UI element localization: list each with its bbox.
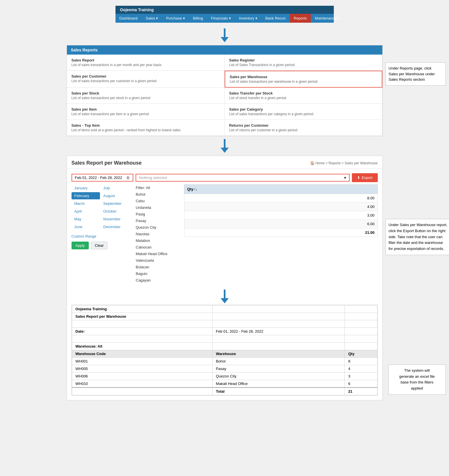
warehouse-list: Filter: All Bohol Cebu Urdaneta Pasig Pa… [134, 184, 180, 284]
nav-purchase[interactable]: Purchase ▾ [162, 14, 189, 23]
excel-output: Oojeema Training Sales Report per Wareho… [72, 305, 378, 396]
row2-qty: 4.00 [184, 203, 377, 211]
month-february[interactable]: February [72, 192, 100, 199]
warehouse-filter-all[interactable]: Filter: All [134, 184, 180, 191]
excel-report-title: Sales Report per Warehouse [72, 313, 212, 320]
row1-qty: 8.00 [184, 194, 377, 203]
excel-wh005-warehouse: Pasay [212, 365, 345, 373]
warehouse-navotas[interactable]: Navotas [134, 231, 180, 237]
table-area: Qty↑↓ 8.00 4.00 3.00 [184, 184, 378, 284]
excel-warehouse-label-row: Warehouse: All [72, 343, 377, 350]
nav-bar: Dashboard Sales ▾ Purchase ▾ Billing Fin… [115, 14, 334, 23]
warehouse-urdaneta[interactable]: Urdaneta [134, 204, 180, 211]
warehouse-callout-text: Under Sales per Warehouse report, click … [389, 223, 448, 251]
report-sales-item[interactable]: Sales per Item List of sales transaction… [67, 104, 225, 120]
nav-financials[interactable]: Financials ▾ [207, 14, 235, 23]
nav-reports[interactable]: Reports [290, 14, 311, 23]
warehouse-pasig[interactable]: Pasig [134, 211, 180, 217]
excel-wh006-code: WH006 [72, 373, 212, 380]
nav-maintenance[interactable]: Maintenance ▾ [311, 14, 343, 23]
warehouse-pasay[interactable]: Pasay [134, 217, 180, 224]
month-july[interactable]: July [101, 184, 129, 192]
warehouse-report-title: Sales Report per Warehouse [72, 160, 142, 166]
arrow-2 [6, 139, 443, 153]
excel-table: Oojeema Training Sales Report per Wareho… [72, 305, 377, 395]
warehouse-malabon[interactable]: Malabon [134, 237, 180, 244]
month-april[interactable]: April [72, 208, 100, 215]
month-march[interactable]: March [72, 200, 100, 207]
report-returns-customer[interactable]: Returns per Customer List of returns per… [225, 120, 382, 136]
apply-clear-row: Apply Clear [72, 242, 129, 249]
arrow-3 [67, 290, 382, 303]
month-may[interactable]: May [72, 215, 100, 223]
month-october[interactable]: October [101, 208, 129, 215]
app-bar: Oojeema Training [115, 6, 334, 14]
warehouse-bulacan[interactable]: Bulacan [134, 264, 180, 270]
warehouse-cebu[interactable]: Cebu [134, 198, 180, 204]
nav-dashboard[interactable]: Dashboard [115, 14, 142, 23]
top-section: Oojeema Training Dashboard Sales ▾ Purch… [6, 6, 443, 23]
warehouse-valenzuela[interactable]: Valenzuela [134, 257, 180, 264]
excel-company-row: Oojeema Training [72, 305, 377, 313]
warehouse-makati[interactable]: Makati Head Office [134, 250, 180, 257]
month-january[interactable]: January [72, 184, 100, 192]
month-june[interactable]: June [72, 223, 100, 230]
excel-date-label: Date: [72, 328, 212, 335]
excel-data-row: WH010 Makati Head Office 6 [72, 380, 377, 388]
sales-reports-section: Sales Reports Sales Report List of sales… [67, 45, 383, 136]
warehouse-bohol[interactable]: Bohol [134, 191, 180, 198]
excel-callout-text: The system will generate an excel file b… [399, 368, 435, 390]
reports-callout: Under Reports page, click Sales per Ware… [386, 62, 446, 86]
excel-wh005-code: WH005 [72, 365, 212, 373]
nav-sales[interactable]: Sales ▾ [142, 14, 162, 23]
excel-wh001-warehouse: Bohol [212, 358, 345, 365]
excel-spacer2 [72, 335, 377, 343]
excel-company: Oojeema Training [72, 305, 212, 313]
report-sales-transfer-stock[interactable]: Sales Transfer per Stock List of stock t… [225, 88, 382, 104]
excel-wh006-warehouse: Quezon City [212, 373, 345, 380]
report-sales-customer[interactable]: Sales per Customer List of sales transac… [67, 71, 225, 88]
warehouse-report-section: Sales Report per Warehouse 🏠 Home > Repo… [67, 156, 383, 400]
report-sales-stock[interactable]: Sales per Stock List of sales transactio… [67, 88, 225, 104]
custom-range-button[interactable]: Custom Range [72, 233, 97, 240]
excel-date-row: Date: Feb 01, 2022 - Feb 28, 2022 [72, 328, 377, 335]
report-sales-register[interactable]: Sales Register List of Sales Transaction… [225, 55, 382, 71]
warehouse-filter[interactable]: Nothing selected ▾ [136, 174, 350, 182]
export-label: Export [362, 176, 373, 180]
row3-qty: 3.00 [184, 211, 377, 220]
excel-col-qty: Qty [345, 350, 377, 358]
report-sales-top-item[interactable]: Sales - Top Item List of items sold at a… [67, 120, 225, 136]
app-name: Oojeema Training [120, 7, 154, 12]
warehouse-quezon[interactable]: Quezon City [134, 224, 180, 231]
excel-data-row: WH001 Bohol 8 [72, 358, 377, 365]
excel-wh010-warehouse: Makati Head Office [212, 380, 345, 388]
nav-billing[interactable]: Billing [189, 14, 207, 23]
date-range-filter[interactable]: Feb 01, 2022 - Feb 28, 2022 🗑 [72, 174, 134, 182]
table-row: 4.00 [184, 203, 377, 211]
excel-title-row: Sales Report per Warehouse [72, 313, 377, 320]
month-november[interactable]: November [101, 215, 129, 223]
nav-bankrecon[interactable]: Bank Recon [261, 14, 290, 23]
report-sales-report[interactable]: Sales Report List of sales transactions … [67, 55, 225, 71]
warehouse-cagayan[interactable]: Cagayan [134, 277, 180, 284]
clear-button[interactable]: Clear [91, 242, 107, 249]
export-button[interactable]: ⬆ Export [352, 173, 378, 182]
month-december[interactable]: December [101, 223, 129, 230]
nav-inventory[interactable]: Inventory ▾ [235, 14, 261, 23]
arrow-1 [6, 28, 443, 42]
month-august[interactable]: August [101, 192, 129, 199]
reports-callout-text: Under Reports page, click Sales per Ware… [389, 66, 435, 82]
total-row: 21.00 [184, 228, 377, 237]
report-sales-category[interactable]: Sales per Category List of sales transac… [225, 104, 382, 120]
excel-wh010-qty: 6 [345, 380, 377, 388]
date-range-value: Feb 01, 2022 - Feb 28, 2022 [75, 176, 122, 180]
report-sales-warehouse[interactable]: Sales per Warehouse List of sales transa… [225, 71, 382, 88]
month-september[interactable]: September [101, 200, 129, 207]
total-qty: 21.00 [184, 228, 377, 237]
excel-total-label: Total [212, 388, 345, 395]
warehouse-baguio[interactable]: Baguio [134, 270, 180, 277]
report-table: Qty↑↓ 8.00 4.00 3.00 [184, 184, 378, 237]
warehouse-caloocan[interactable]: Caloocan [134, 244, 180, 250]
trash-icon[interactable]: 🗑 [126, 176, 130, 180]
apply-button[interactable]: Apply [72, 242, 89, 249]
